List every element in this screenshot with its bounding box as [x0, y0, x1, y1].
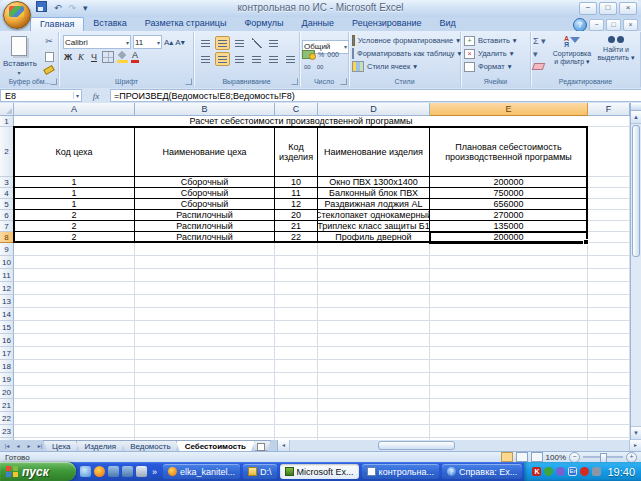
page-break-view-icon[interactable] — [531, 452, 543, 462]
cell-E3[interactable]: 200000 — [430, 177, 588, 188]
accounting-format-icon[interactable] — [302, 50, 315, 59]
quick-launch-icon-5[interactable] — [136, 466, 147, 477]
cell-F18[interactable] — [588, 360, 630, 373]
grow-font-icon[interactable]: A▴ — [164, 38, 173, 47]
align-right-icon[interactable] — [232, 52, 247, 66]
cell-D21[interactable] — [318, 399, 430, 412]
cell-F12[interactable] — [588, 282, 630, 295]
cell-B5[interactable]: Сборочный — [135, 199, 275, 210]
record-icon[interactable] — [580, 467, 589, 476]
cell-A10[interactable] — [14, 256, 135, 269]
zoom-slider[interactable] — [583, 456, 623, 458]
bold-button[interactable]: Ж — [63, 51, 73, 63]
cell-F23[interactable] — [588, 425, 630, 438]
paste-button[interactable]: Вставить ▾ — [3, 35, 35, 76]
cell-D14[interactable] — [318, 308, 430, 321]
cell-B16[interactable] — [135, 334, 275, 347]
zoom-level[interactable]: 100% — [546, 453, 566, 462]
cell-A11[interactable] — [14, 269, 135, 282]
decrease-decimal-icon[interactable]: 00 — [315, 63, 326, 71]
cell-F21[interactable] — [588, 399, 630, 412]
dialog-launcher-icon[interactable] — [291, 78, 298, 85]
align-center-icon[interactable] — [215, 52, 230, 66]
cell-C21[interactable] — [275, 399, 318, 412]
cell-D16[interactable] — [318, 334, 430, 347]
cell-D9[interactable] — [318, 243, 430, 256]
cell-A19[interactable] — [14, 373, 135, 386]
cell-D7[interactable]: Триплекс класс защиты Б1 — [318, 221, 430, 232]
cell-E18[interactable] — [430, 360, 588, 373]
underline-button[interactable]: Ч — [89, 51, 99, 63]
sheet-tab-2[interactable]: Ведомость — [121, 440, 180, 451]
horizontal-scroll-thumb[interactable] — [378, 441, 455, 450]
workbook-restore-icon[interactable]: □ — [606, 19, 621, 31]
row-header-18[interactable]: 18 — [0, 360, 14, 373]
cell-C10[interactable] — [275, 256, 318, 269]
taskbar-button-0[interactable]: elka_kanitel... — [163, 464, 240, 479]
scroll-left-icon[interactable]: ◂ — [278, 440, 290, 451]
cell-B18[interactable] — [135, 360, 275, 373]
kaspersky-icon[interactable]: K — [532, 467, 541, 476]
cell-F8[interactable] — [588, 232, 630, 243]
cell-B12[interactable] — [135, 282, 275, 295]
cell-A7[interactable]: 2 — [14, 221, 135, 232]
quick-launch-icon-1[interactable] — [80, 466, 91, 477]
column-header-E[interactable]: E — [430, 103, 588, 116]
cell-D19[interactable] — [318, 373, 430, 386]
format-cells-button[interactable]: Формат▾ — [461, 60, 530, 73]
row-header-1[interactable]: 1 — [0, 116, 14, 127]
cell-A6[interactable]: 2 — [14, 210, 135, 221]
horizontal-scrollbar[interactable]: ◂ ▸ — [277, 440, 641, 451]
ribbon-tab-2[interactable]: Разметка страницы — [136, 17, 236, 31]
normal-view-icon[interactable] — [501, 452, 513, 462]
row-header-19[interactable]: 19 — [0, 373, 14, 386]
sheet-tab-0[interactable]: Цеха — [43, 440, 80, 451]
ribbon-tab-3[interactable]: Формулы — [235, 17, 292, 31]
cell-C11[interactable] — [275, 269, 318, 282]
cell-E7[interactable]: 135000 — [430, 221, 588, 232]
cell-F7[interactable] — [588, 221, 630, 232]
column-header-B[interactable]: B — [135, 103, 275, 116]
cell-A4[interactable]: 1 — [14, 188, 135, 199]
scroll-right-icon[interactable]: ▸ — [629, 440, 641, 451]
cell-B21[interactable] — [135, 399, 275, 412]
row-header-3[interactable]: 3 — [0, 177, 14, 188]
camera-icon[interactable] — [592, 467, 601, 476]
align-middle-icon[interactable] — [215, 36, 230, 50]
cell-C12[interactable] — [275, 282, 318, 295]
cell-E22[interactable] — [430, 412, 588, 425]
cell-C7[interactable]: 21 — [275, 221, 318, 232]
row-header-16[interactable]: 16 — [0, 334, 14, 347]
cell-D8[interactable]: Профиль дверной — [318, 232, 430, 243]
cell-D2[interactable]: Наименование изделия — [318, 127, 430, 177]
cell-B7[interactable]: Распилочный — [135, 221, 275, 232]
cell-A22[interactable] — [14, 412, 135, 425]
cell-F6[interactable] — [588, 210, 630, 221]
cell-B22[interactable] — [135, 412, 275, 425]
cut-icon[interactable]: ✂ — [42, 35, 56, 47]
dialog-launcher-icon[interactable] — [50, 78, 57, 85]
cell-D18[interactable] — [318, 360, 430, 373]
cell-F4[interactable] — [588, 188, 630, 199]
row-header-22[interactable]: 22 — [0, 412, 14, 425]
select-all-corner[interactable] — [0, 103, 14, 116]
cell-E14[interactable] — [430, 308, 588, 321]
align-top-icon[interactable] — [198, 36, 213, 50]
scroll-up-icon[interactable]: ▲ — [631, 111, 641, 124]
cell-A23[interactable] — [14, 425, 135, 438]
cell-D4[interactable]: Балконный блок ПВХ — [318, 188, 430, 199]
font-color-icon[interactable]: А — [131, 51, 139, 63]
cell-D17[interactable] — [318, 347, 430, 360]
row-header-17[interactable]: 17 — [0, 347, 14, 360]
name-box-dropdown-icon[interactable]: ▾ — [73, 92, 81, 99]
cell-A16[interactable] — [14, 334, 135, 347]
cell-C3[interactable]: 10 — [275, 177, 318, 188]
cell-E20[interactable] — [430, 386, 588, 399]
cell-C22[interactable] — [275, 412, 318, 425]
row-header-5[interactable]: 5 — [0, 199, 14, 210]
cell-A20[interactable] — [14, 386, 135, 399]
delete-cells-button[interactable]: ×Удалить▾ — [461, 47, 530, 60]
cell-F22[interactable] — [588, 412, 630, 425]
cell-C17[interactable] — [275, 347, 318, 360]
taskbar-button-3[interactable]: контрольна... — [362, 464, 439, 479]
